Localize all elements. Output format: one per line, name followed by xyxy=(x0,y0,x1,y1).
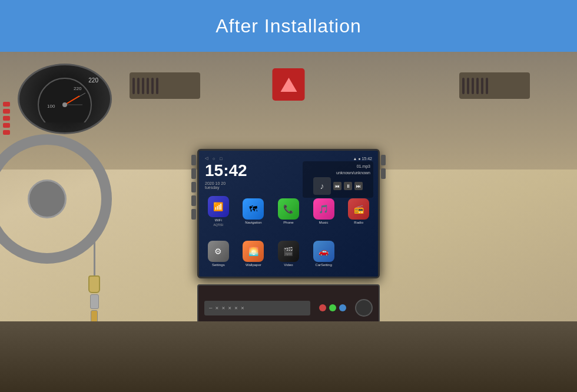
warning-light-1 xyxy=(3,102,10,107)
vent-right xyxy=(459,72,530,99)
warning-light-4 xyxy=(3,123,10,128)
page-wrapper: After Installation 220 xyxy=(0,0,577,392)
prev-button[interactable]: ⏮ xyxy=(333,182,341,190)
sec-btn-green[interactable] xyxy=(329,304,336,311)
warning-light-2 xyxy=(3,109,10,114)
next-button[interactable]: ⏭ xyxy=(354,182,363,190)
secondary-text: — ✕ ✕ ✕ ✕ ✕ xyxy=(209,305,244,311)
wallpaper-app-label: Wallpaper xyxy=(246,263,261,267)
warning-light-5 xyxy=(3,130,10,135)
day-value: tuesday xyxy=(205,185,220,190)
date-display: 2020 10 20 tuesday xyxy=(205,181,226,190)
settings-app-label: Settings xyxy=(212,263,225,267)
vent-left xyxy=(130,72,200,99)
car-interior-image: 220 100 xyxy=(0,52,577,392)
app-navigation[interactable]: 🗺 Navigation xyxy=(237,191,270,231)
settings-app-icon: ⚙ xyxy=(208,241,229,262)
video-app-icon: 🎬 xyxy=(278,241,299,262)
hu-rbtn-1[interactable] xyxy=(381,155,386,165)
secondary-knobs xyxy=(355,299,373,317)
hu-btn-2[interactable] xyxy=(191,168,196,179)
svg-point-0 xyxy=(38,78,91,122)
hazard-button[interactable] xyxy=(273,68,305,101)
wifi-app-sublabel: AQTISI xyxy=(214,223,223,227)
head-unit-left-buttons xyxy=(191,155,196,220)
status-right: ▲ ● 15:42 xyxy=(353,157,372,161)
music-filename: 01.mp3 xyxy=(306,164,370,168)
warning-light-3 xyxy=(3,116,10,121)
wallpaper-app-icon: 🌅 xyxy=(243,241,264,262)
floor-area xyxy=(0,321,577,392)
hu-btn-4[interactable] xyxy=(191,195,196,206)
svg-point-4 xyxy=(62,102,67,107)
wifi-app-icon: 📶 xyxy=(208,196,229,217)
hu-rbtn-2[interactable] xyxy=(381,168,386,179)
car-interior-bg: 220 100 xyxy=(0,52,577,392)
phone-app-icon: 📞 xyxy=(278,198,299,220)
head-unit: ◁ ○ □ ▲ ● 15:42 15:42 2020 10 20 tuesday xyxy=(197,149,380,278)
nav-app-icon: 🗺 xyxy=(243,198,264,220)
knob-1[interactable] xyxy=(355,299,373,317)
pause-button[interactable]: ⏸ xyxy=(344,182,352,190)
head-unit-right-buttons xyxy=(381,155,386,179)
header-title: After Installation xyxy=(215,15,361,37)
radio-app-label: Radio xyxy=(354,221,363,224)
secondary-display: — ✕ ✕ ✕ ✕ ✕ xyxy=(204,301,310,315)
app-grid: 📶 WiFi AQTISI 🗺 Navigation 📞 Phone xyxy=(202,191,375,274)
svg-text:100: 100 xyxy=(47,104,55,109)
secondary-buttons xyxy=(319,304,346,311)
app-settings[interactable]: ⚙ Settings xyxy=(202,234,235,274)
video-app-label: Video xyxy=(284,263,293,267)
app-wifi[interactable]: 📶 WiFi AQTISI xyxy=(202,191,235,231)
app-carsetting[interactable]: 🚗 CarSetting xyxy=(307,234,340,274)
app-video[interactable]: 🎬 Video xyxy=(272,234,305,274)
instrument-cluster: 220 100 xyxy=(18,64,112,134)
status-left: ◁ ○ □ xyxy=(205,156,222,161)
date-value: 2020 10 20 xyxy=(205,181,226,185)
hu-btn-5[interactable] xyxy=(191,209,196,220)
music-app-label: Music xyxy=(319,221,329,224)
nav-app-label: Navigation xyxy=(245,221,261,224)
sec-btn-blue[interactable] xyxy=(339,304,346,311)
time-display: 15:42 xyxy=(205,162,247,179)
screen: ◁ ○ □ ▲ ● 15:42 15:42 2020 10 20 tuesday xyxy=(199,151,378,277)
music-app-icon: 🎵 xyxy=(313,198,334,220)
hu-btn-3[interactable] xyxy=(191,182,196,192)
radio-app-icon: 📻 xyxy=(348,198,369,220)
sec-btn-red[interactable] xyxy=(319,304,326,311)
header-banner: After Installation xyxy=(0,0,577,52)
hu-btn-1[interactable] xyxy=(191,155,196,165)
wifi-app-label: WiFi xyxy=(215,218,222,222)
keys-area xyxy=(88,240,100,323)
phone-app-label: Phone xyxy=(283,221,293,224)
app-wallpaper[interactable]: 🌅 Wallpaper xyxy=(237,234,270,274)
carsetting-app-label: CarSetting xyxy=(315,263,331,267)
svg-text:220: 220 xyxy=(74,86,82,91)
wifi-icon: ▲ ● 15:42 xyxy=(353,157,372,161)
music-controls: ⏮ ⏸ ⏭ xyxy=(333,182,363,190)
carsetting-app-icon: 🚗 xyxy=(313,241,334,262)
app-radio[interactable]: 📻 Radio xyxy=(342,191,375,231)
music-subinfo: unknown/unknown xyxy=(306,171,370,175)
app-music[interactable]: 🎵 Music xyxy=(307,191,340,231)
app-phone[interactable]: 📞 Phone xyxy=(272,191,305,231)
